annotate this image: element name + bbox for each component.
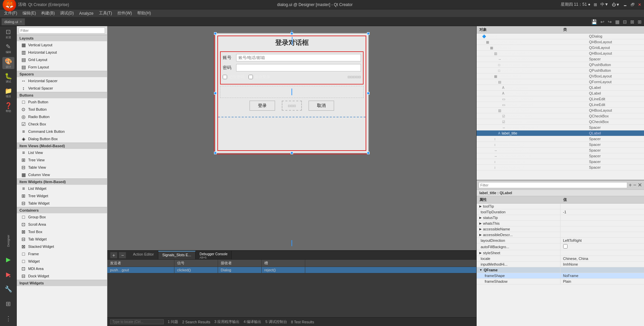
obj-row-hl[interactable]: ▼ ▥ horizontalLayout QHBoxLayout <box>477 108 644 113</box>
prop-row-tooltipduration[interactable]: toolTipDuration -1 <box>477 209 644 215</box>
activity-design[interactable]: 🎨 设计 <box>2 57 14 69</box>
tab-dialog-ui[interactable]: dialog.ui ✕ <box>1 18 25 25</box>
widget-group-box[interactable]: □ Group Box <box>17 213 107 221</box>
menu-help[interactable]: 帮助(H) <box>135 10 154 17</box>
widget-check-box[interactable]: ☑ Check Box <box>17 120 107 128</box>
widget-command-link[interactable]: ≡ Command Link Button <box>17 128 107 135</box>
obj-row-le-acct[interactable]: ▭ lineEdit_account QLineEdit <box>477 96 644 102</box>
add-property-btn[interactable]: + <box>629 182 632 188</box>
prop-row-accessible-name[interactable]: ▶accessibleName <box>477 226 644 232</box>
prop-row-whatstis[interactable]: ▶whatsThis <box>477 221 644 226</box>
resize-handle-left[interactable] <box>214 92 217 95</box>
save-icon[interactable]: 💾 <box>590 19 598 24</box>
widget-vertical-spacer[interactable]: ↕ Vertical Spacer <box>17 85 107 92</box>
menu-debug[interactable]: 调试(D) <box>57 10 76 17</box>
obj-row-vl[interactable]: ▼ ▦ verticalLayout QVBoxLayout <box>477 73 644 79</box>
activity-help[interactable]: ❓ 帮助 <box>2 101 14 113</box>
obj-row-le-passwd[interactable]: ▭ lineEdit_passwd QLineEdit <box>477 102 644 108</box>
settings-property-btn[interactable]: ✕ <box>638 182 642 188</box>
remove-signal-button[interactable]: − <box>119 252 126 259</box>
obj-row-cb-auto[interactable]: ☑ checkBox_auto QCheckBox <box>477 113 644 119</box>
prop-row-accessible-descr[interactable]: ▶accessibleDescr... <box>477 232 644 238</box>
widget-stacked-widget[interactable]: ⊠ Stacked Widget <box>17 243 107 250</box>
widget-dock-widget[interactable]: ⊟ Dock Widget <box>17 272 107 280</box>
widget-table-widget[interactable]: ⊟ Table Widget <box>17 200 107 207</box>
widget-push-button[interactable]: □ Push Button <box>17 98 107 106</box>
obj-row-hspacer4[interactable]: ↔ horizontalSpacer_4 Spacer <box>477 125 644 130</box>
widget-list-view[interactable]: ≡ List View <box>17 149 107 156</box>
prop-row-frameshape[interactable]: frameShape NoFrame <box>477 273 644 279</box>
menu-edit[interactable]: 编辑(E) <box>20 10 39 17</box>
widget-tree-widget[interactable]: ⊞ Tree Widget <box>17 192 107 200</box>
widget-vertical-layout[interactable]: ▦ Vertical Layout <box>17 41 107 49</box>
resize-handle-br[interactable] <box>367 152 370 154</box>
prop-row-locale[interactable]: locale Chinese, China <box>477 256 644 262</box>
resize-handle-top[interactable] <box>290 32 293 35</box>
widget-radio-button[interactable]: ◎ Radio Button <box>17 113 107 120</box>
locate-input[interactable] <box>110 319 164 324</box>
designer-canvas[interactable]: 登录对话框 账号 密码 <box>215 33 369 154</box>
close-btn[interactable]: ✕ <box>638 2 641 7</box>
activity-build[interactable]: 🔧 <box>2 283 14 295</box>
widget-form-layout[interactable]: ▤ Form Layout <box>17 63 107 71</box>
undo-icon[interactable]: ↩ <box>599 19 605 24</box>
obj-row-login-btn[interactable]: □ pushButton_login QPushButton <box>477 62 644 68</box>
obj-row-grid[interactable]: ▼ ▦ gridLayout QGridLayout <box>477 45 644 51</box>
obj-row-vspacer[interactable]: ↕ verticalSpacer Spacer <box>477 136 644 142</box>
auto-login-checkbox[interactable] <box>249 75 253 79</box>
status-app-output[interactable]: 3 应用程序输出 <box>214 319 239 324</box>
prop-row-autofill[interactable]: autoFillBackgro... <box>477 243 644 250</box>
resize-handle-bl[interactable] <box>214 152 217 154</box>
activity-debug-run[interactable]: ▶● <box>2 268 14 280</box>
prop-row-layout-dir[interactable]: layoutDirection LeftToRight <box>477 238 644 243</box>
widget-tool-button[interactable]: ⊙ Tool Button <box>17 106 107 113</box>
property-search-input[interactable] <box>479 182 627 188</box>
widget-widget[interactable]: □ Widget <box>17 258 107 265</box>
obj-row-label-passwd[interactable]: A label_passwd QLabel <box>477 91 644 96</box>
activity-apps[interactable]: ⊞ <box>2 298 14 310</box>
cancel-button[interactable]: 取消 <box>309 101 334 111</box>
obj-row-hspacer2[interactable]: ↔ horizontalSpacer_2 Spacer <box>477 148 644 153</box>
activity-run[interactable]: ▶ <box>2 254 14 266</box>
widget-mdi-area[interactable]: ⊡ MDI Area <box>17 265 107 272</box>
menu-tools[interactable]: 工具(T) <box>96 10 115 17</box>
obj-row-vspacer3[interactable]: ↕ verticalSpacer_3 Spacer <box>477 159 644 165</box>
widget-scroll-area[interactable]: ⊡ Scroll Area <box>17 221 107 228</box>
layout-icon[interactable]: ▦ <box>614 19 621 24</box>
tab-signals-slots[interactable]: Signals_Slots E... <box>158 251 196 259</box>
obj-row-vspacer4[interactable]: ↕ verticalSpacer_4 Spacer <box>477 165 644 170</box>
account-input[interactable] <box>236 54 361 61</box>
expand-icon[interactable]: ▼ <box>478 35 482 38</box>
resize-handle-right[interactable] <box>367 92 370 95</box>
maximize-btn[interactable]: 🗗 <box>631 2 635 7</box>
widget-dialog-button-box[interactable]: ◈ Dialog Button Box <box>17 135 107 143</box>
add-signal-button[interactable]: + <box>110 252 117 259</box>
tab-close-icon[interactable]: ✕ <box>19 20 22 23</box>
widget-grid-layout[interactable]: ▤ Grid Layout <box>17 56 107 63</box>
tab-debugger-console[interactable]: Debugger Console Alt+5 <box>196 251 232 259</box>
resize-handle-tl[interactable] <box>214 32 217 35</box>
obj-row-hspacer[interactable]: ↔ horizontalSpacer Spacer <box>477 56 644 62</box>
widget-tab-widget[interactable]: ⊟ Tab Widget <box>17 235 107 243</box>
obj-row-fl[interactable]: ▼ ▤ formLayout QFormLayout <box>477 79 644 85</box>
widget-tool-box[interactable]: ⊠ Tool Box <box>17 228 107 235</box>
designer-area[interactable]: 登录对话框 账号 密码 <box>107 26 476 250</box>
expand-icon[interactable]: ▼ <box>482 40 486 44</box>
status-test[interactable]: 8 Test Results <box>291 320 314 324</box>
login-button[interactable]: 登录 <box>250 101 275 111</box>
status-issues[interactable]: 1 问题 <box>168 319 178 324</box>
table-row[interactable]: push…gout clicked() Dialog reject() <box>107 267 476 273</box>
status-debug-output[interactable]: 4 编译输出 <box>244 319 261 324</box>
obj-row-dialog[interactable]: ▼ 🔷 Dialog QDialog <box>477 34 644 39</box>
obj-row-hl3[interactable]: ▼ ▦ horizontalLayout_3 QHBoxLayout <box>477 39 644 45</box>
widget-horizontal-layout[interactable]: ▥ Horizontal Layout <box>17 49 107 56</box>
obj-row-vspacer2[interactable]: ↕ verticalSpacer_2 Spacer <box>477 142 644 148</box>
resize-handle-tr[interactable] <box>367 32 370 35</box>
menu-controls[interactable]: 控件(W) <box>115 10 135 17</box>
prop-row-frameshadow[interactable]: frameShadow Plain <box>477 279 644 284</box>
menu-file[interactable]: 文件(F) <box>1 10 20 17</box>
widget-frame[interactable]: □ Frame <box>17 250 107 258</box>
activity-debug[interactable]: 🐛 调试 <box>2 72 14 84</box>
obj-row-cb-passwd[interactable]: ☑ checkBox_password QCheckBox <box>477 119 644 125</box>
widget-table-view[interactable]: ⊟ Table View <box>17 164 107 171</box>
